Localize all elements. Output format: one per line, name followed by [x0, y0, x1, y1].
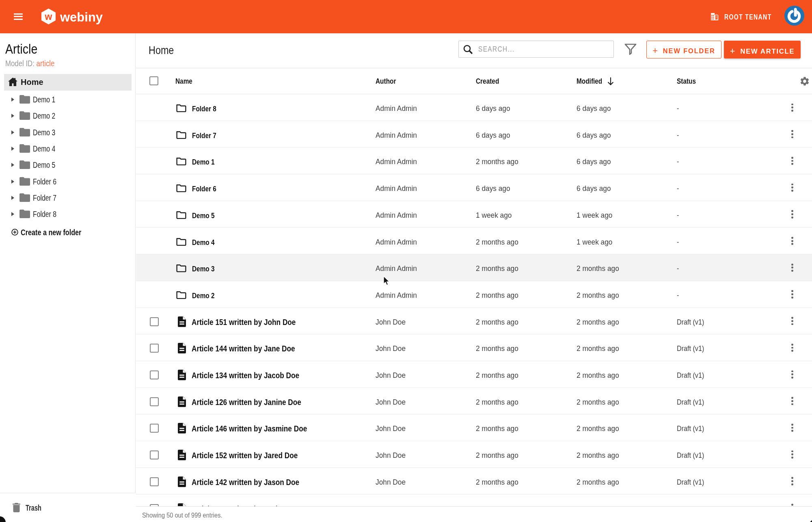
- svg-text:w: w: [45, 11, 52, 22]
